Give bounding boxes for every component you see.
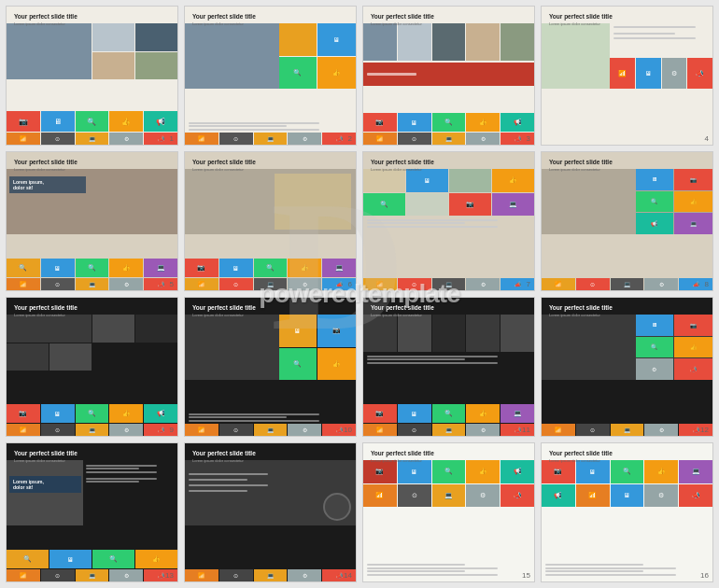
slide-subtitle-12: Lorem ipsum dolor consectetur xyxy=(545,313,709,319)
slide-number-9: 9 xyxy=(170,426,174,434)
slide-title-15: Your perfect slide title xyxy=(367,446,530,458)
slide-title-13: Your perfect slide title xyxy=(10,446,174,458)
slide-7[interactable]: Your perfect slide title Lorem ipsum dol… xyxy=(362,151,535,291)
slide-title-8: Your perfect slide title xyxy=(545,155,709,167)
slide-title-4: Your perfect slide title xyxy=(545,9,709,21)
slide-6[interactable]: Your perfect slide title Lorem ipsum dol… xyxy=(184,151,357,291)
slide-16[interactable]: Your perfect slide title Lorem ipsum dol… xyxy=(541,442,713,582)
slide-title-6: Your perfect slide title xyxy=(189,155,352,167)
slide-number-7: 7 xyxy=(527,280,530,288)
slide-subtitle-13: Lorem ipsum dolor consectetur xyxy=(10,458,174,465)
slide-3[interactable]: Your perfect slide title Lorem ipsum dol… xyxy=(362,6,535,146)
slide-number-15: 15 xyxy=(522,571,530,580)
slide-subtitle-16: Lorem ipsum dolor consectetur xyxy=(545,458,709,465)
slide-title-2: Your perfect slide title xyxy=(189,9,352,21)
slide-subtitle-14: Lorem ipsum dolor consectetur xyxy=(189,458,352,465)
slide-number-10: 10 xyxy=(344,426,352,434)
slide-number-1: 1 xyxy=(170,134,174,143)
slide-number-16: 16 xyxy=(700,571,709,580)
slide-title-7: Your perfect slide title xyxy=(367,155,530,167)
slide-subtitle-8: Lorem ipsum dolor consectetur xyxy=(545,167,709,174)
slide-11[interactable]: Your perfect slide title Lorem ipsum dol… xyxy=(362,297,535,437)
slide-15[interactable]: Your perfect slide title Lorem ipsum dol… xyxy=(362,442,535,582)
slide-number-14: 14 xyxy=(344,571,352,580)
slide-title-12: Your perfect slide title xyxy=(545,301,709,313)
slide-9[interactable]: Your perfect slide title Lorem ipsum dol… xyxy=(6,297,178,437)
slide-number-12: 12 xyxy=(700,426,709,434)
slide-title-5: Your perfect slide title xyxy=(10,155,174,167)
slide-number-11: 11 xyxy=(522,426,530,434)
slide-number-13: 13 xyxy=(165,571,174,580)
slide-number-2: 2 xyxy=(348,134,352,143)
slide-1[interactable]: Your perfect slide title Lorem ipsum dol… xyxy=(6,6,178,146)
slide-title-11: Your perfect slide title xyxy=(367,301,530,313)
slide-title-14: Your perfect slide title xyxy=(189,446,352,458)
slide-number-4: 4 xyxy=(705,134,709,143)
slide-4[interactable]: Your perfect slide title Lorem ipsum dol… xyxy=(541,6,713,146)
slide-14[interactable]: Your perfect slide title Lorem ipsum dol… xyxy=(184,442,357,582)
slide-subtitle-1: Lorem ipsum dolor consectetur xyxy=(10,21,174,28)
slide-number-5: 5 xyxy=(170,280,174,288)
slide-subtitle-3: Lorem ipsum dolor consectetur xyxy=(367,21,530,28)
slide-subtitle-11: Lorem ipsum dolor consectetur xyxy=(367,313,530,319)
slide-title-9: Your perfect slide title xyxy=(10,301,174,313)
slide-subtitle-6: Lorem ipsum dolor consectetur xyxy=(189,167,352,174)
slide-12[interactable]: Your perfect slide title Lorem ipsum dol… xyxy=(541,297,713,437)
slide-title-1: Your perfect slide title xyxy=(10,9,174,21)
slide-subtitle-4: Lorem ipsum dolor consectetur xyxy=(545,21,709,28)
slide-subtitle-5: Lorem ipsum dolor consectetur xyxy=(10,167,174,174)
slide-title-3: Your perfect slide title xyxy=(367,9,530,21)
slide-number-6: 6 xyxy=(348,280,352,288)
slide-13[interactable]: Your perfect slide title Lorem ipsum dol… xyxy=(6,442,178,582)
slide-subtitle-9: Lorem ipsum dolor consectetur xyxy=(10,313,174,319)
slide-8[interactable]: Your perfect slide title Lorem ipsum dol… xyxy=(541,151,713,291)
slide-10[interactable]: Your perfect slide title Lorem ipsum dol… xyxy=(184,297,357,437)
slide-subtitle-10: Lorem ipsum dolor consectetur xyxy=(189,313,352,319)
slide-title-10: Your perfect slide title xyxy=(189,301,352,313)
slide-2[interactable]: Your perfect slide title Lorem ipsum dol… xyxy=(184,6,357,146)
slide-subtitle-7: Lorem ipsum dolor consectetur xyxy=(367,167,530,174)
slide-subtitle-15: Lorem ipsum dolor consectetur xyxy=(367,458,530,465)
slide-5[interactable]: Your perfect slide title Lorem ipsum dol… xyxy=(6,151,178,291)
slide-title-16: Your perfect slide title xyxy=(545,446,709,458)
slide-number-3: 3 xyxy=(527,134,530,143)
slide-subtitle-2: Lorem ipsum dolor consectetur xyxy=(189,21,352,28)
slide-number-8: 8 xyxy=(705,280,709,288)
